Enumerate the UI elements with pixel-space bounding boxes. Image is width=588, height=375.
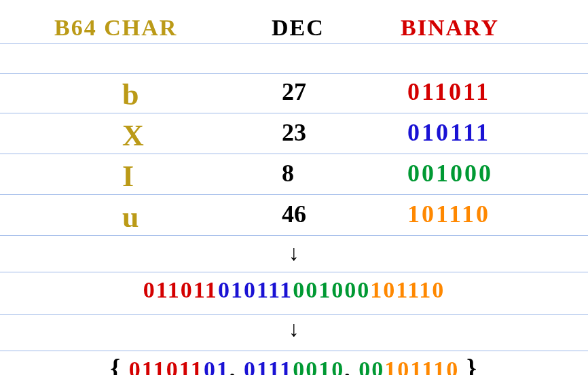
separator: , [229, 357, 244, 375]
b64-char: I [122, 159, 134, 194]
bin-value: 101110 [407, 200, 490, 228]
header-b64: B64 CHAR [54, 15, 177, 41]
rule-line [0, 73, 588, 74]
dec-value: 27 [282, 77, 306, 106]
bin-value: 011011 [407, 77, 490, 106]
rule-line [0, 154, 588, 154]
byte-segment: 01 [204, 357, 229, 375]
rule-line [0, 43, 588, 44]
b64-char: u [122, 200, 139, 234]
byte-segment: 0010 [293, 357, 344, 375]
rule-line [0, 314, 588, 315]
dec-value: 8 [282, 159, 294, 188]
header-bin: BINARY [401, 15, 499, 41]
down-arrow-icon: ↓ [289, 317, 299, 342]
dec-value: 46 [282, 200, 306, 228]
bits-segment: 101110 [370, 277, 445, 302]
bin-value: 001000 [407, 159, 493, 188]
byte-segment: 00 [359, 357, 384, 375]
open-brace: { [110, 354, 122, 375]
bits-segment: 010111 [218, 277, 293, 302]
bin-value: 010111 [407, 118, 490, 147]
bits-segment: 001000 [293, 277, 370, 302]
down-arrow-icon: ↓ [289, 240, 299, 266]
close-brace: } [466, 354, 478, 375]
grouped-bytes: { 01101101, 01110010, 00101110 } [0, 353, 588, 375]
separator: , [344, 357, 359, 375]
byte-segment: 0111 [244, 357, 293, 375]
b64-char: X [122, 118, 144, 153]
rule-line [0, 194, 588, 195]
byte-segment: 011011 [129, 357, 204, 375]
concat-bits: 011011010111001000101110 [0, 277, 588, 303]
bits-segment: 011011 [143, 277, 218, 302]
rule-line [0, 235, 588, 236]
dec-value: 23 [282, 118, 306, 147]
header-dec: DEC [272, 15, 325, 41]
rule-line [0, 351, 588, 351]
rule-line [0, 113, 588, 113]
rule-line [0, 272, 588, 272]
byte-segment: 101110 [384, 357, 459, 375]
diagram-root: B64 CHAR DEC BINARY b 27 011011 X 23 010… [0, 0, 588, 375]
b64-char: b [122, 77, 139, 112]
